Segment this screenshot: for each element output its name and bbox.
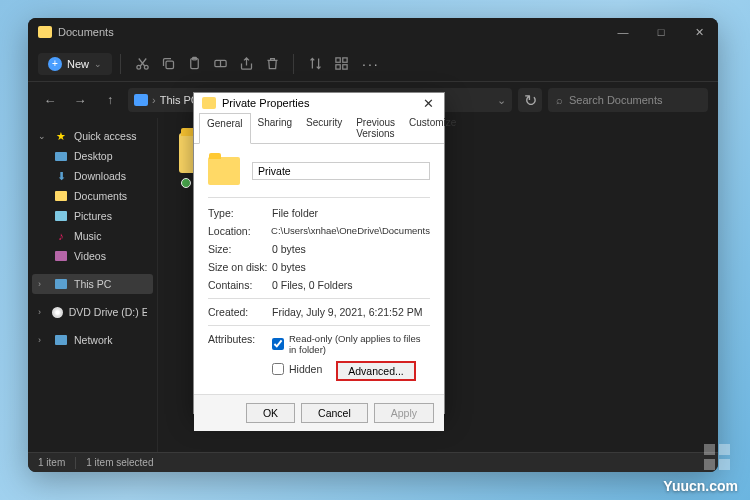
readonly-checkbox[interactable]: Read-only (Only applies to files in fold… [272,333,430,355]
statusbar: 1 item 1 item selected [28,452,718,472]
minimize-button[interactable]: — [604,18,642,46]
search-input[interactable]: ⌕ Search Documents [548,88,708,112]
close-button[interactable]: ✕ [680,18,718,46]
chevron-down-icon[interactable]: ⌄ [497,94,506,107]
dialog-title: Private Properties [222,97,309,109]
folder-name-input[interactable] [252,162,430,180]
tab-sharing[interactable]: Sharing [251,113,299,143]
dialog-body: Type:File folder Location:C:\Users\xnhae… [194,144,444,394]
sidebar-item-music[interactable]: ♪ Music [32,226,153,246]
pc-icon [134,94,148,106]
cut-icon[interactable] [129,51,155,77]
label: Documents [74,190,127,202]
sync-status-icon [181,178,191,188]
dialog-footer: OK Cancel Apply [194,394,444,431]
desktop-icon [55,152,67,161]
sidebar-item-documents[interactable]: Documents [32,186,153,206]
watermark: Yuucn.com [663,478,738,494]
sidebar-quick-access[interactable]: ⌄ ★ Quick access [32,126,153,146]
star-icon: ★ [54,129,68,143]
sidebar-dvd[interactable]: › DVD Drive (D:) ESD-I [32,302,153,322]
search-placeholder: Search Documents [569,94,663,106]
download-icon: ⬇ [54,169,68,183]
view-icon[interactable] [328,51,354,77]
created-value: Friday, July 9, 2021, 6:21:52 PM [272,306,430,318]
copy-icon[interactable] [155,51,181,77]
label: Pictures [74,210,112,222]
chevron-right-icon: › [38,279,48,289]
back-button[interactable]: ← [38,88,62,112]
chevron-down-icon: ⌄ [94,59,102,69]
sidebar-this-pc[interactable]: › This PC [32,274,153,294]
dialog-titlebar[interactable]: Private Properties ✕ [194,93,444,113]
chevron-right-icon: › [38,307,46,317]
sidebar-item-desktop[interactable]: Desktop [32,146,153,166]
dialog-close-button[interactable]: ✕ [416,93,440,113]
sidebar-network[interactable]: › Network [32,330,153,350]
tab-general[interactable]: General [199,113,251,144]
chevron-down-icon: ⌄ [38,131,48,141]
sort-icon[interactable] [302,51,328,77]
titlebar[interactable]: Documents — □ ✕ [28,18,718,46]
sizedisk-value: 0 bytes [272,261,430,273]
tab-security[interactable]: Security [299,113,349,143]
label: This PC [74,278,111,290]
maximize-button[interactable]: □ [642,18,680,46]
selection-count: 1 item selected [86,457,153,468]
location-value: C:\Users\xnhae\OneDrive\Documents [271,225,430,237]
delete-icon[interactable] [259,51,285,77]
videos-icon [55,251,67,261]
tab-previous-versions[interactable]: Previous Versions [349,113,402,143]
label: Desktop [74,150,113,162]
sidebar-item-downloads[interactable]: ⬇ Downloads [32,166,153,186]
share-icon[interactable] [233,51,259,77]
sizedisk-label: Size on disk: [208,261,272,273]
advanced-button[interactable]: Advanced... [336,361,415,381]
svg-rect-9 [342,65,346,69]
bc-sep: › [152,94,156,106]
new-label: New [67,58,89,70]
refresh-button[interactable]: ↻ [518,88,542,112]
network-icon [55,335,67,345]
svg-rect-8 [335,65,339,69]
sidebar-item-videos[interactable]: Videos [32,246,153,266]
label: Downloads [74,170,126,182]
folder-icon [202,97,216,109]
forward-button[interactable]: → [68,88,92,112]
music-icon: ♪ [54,229,68,243]
sidebar: ⌄ ★ Quick access Desktop ⬇ Downloads Doc… [28,118,158,452]
up-button[interactable]: ↑ [98,88,122,112]
new-button[interactable]: + New ⌄ [38,53,112,75]
hidden-label: Hidden [289,363,322,375]
label: Videos [74,250,106,262]
properties-dialog: Private Properties ✕ General Sharing Sec… [193,92,445,414]
label: Network [74,334,113,346]
pc-icon [55,279,67,289]
ok-button[interactable]: OK [246,403,295,423]
sidebar-item-pictures[interactable]: Pictures [32,206,153,226]
chevron-right-icon: › [38,335,48,345]
cancel-button[interactable]: Cancel [301,403,368,423]
windows-logo [704,444,730,470]
apply-button[interactable]: Apply [374,403,434,423]
folder-icon [208,157,240,185]
toolbar: + New ⌄ ··· [28,46,718,82]
plus-icon: + [48,57,62,71]
label: DVD Drive (D:) ESD-I [69,306,147,318]
attributes-label: Attributes: [208,333,272,381]
svg-point-1 [144,65,148,69]
item-count: 1 item [38,457,65,468]
rename-icon[interactable] [207,51,233,77]
paste-icon[interactable] [181,51,207,77]
contains-value: 0 Files, 0 Folders [272,279,430,291]
tab-customize[interactable]: Customize [402,113,463,143]
disc-icon [52,307,63,318]
app-icon [38,26,52,38]
svg-point-0 [136,65,140,69]
pictures-icon [55,211,67,221]
type-value: File folder [272,207,430,219]
contains-label: Contains: [208,279,272,291]
hidden-checkbox[interactable]: Hidden [272,363,322,375]
type-label: Type: [208,207,272,219]
more-button[interactable]: ··· [354,56,388,72]
